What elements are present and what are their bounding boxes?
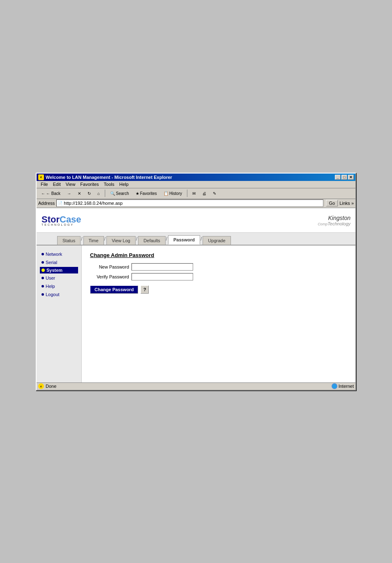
kingston-tech: CompTechnology xyxy=(318,221,350,226)
bullet-help xyxy=(42,285,44,287)
section-title: Change Admin Password xyxy=(90,252,347,258)
address-input-wrapper: 📄 xyxy=(56,199,323,207)
refresh-button[interactable]: ↻ xyxy=(85,190,94,197)
nav-tabs: Status / Time / View Log / Defaults / Pa… xyxy=(37,233,355,246)
done-icon: e xyxy=(38,383,44,389)
title-bar: e Welcome to LAN Management - Microsoft … xyxy=(37,174,355,181)
status-bar: e Done 🌐 Internet xyxy=(37,382,355,390)
bullet-user xyxy=(42,277,44,279)
storcase-case: Case xyxy=(60,214,81,225)
kingston-name: Kingston xyxy=(328,215,350,221)
refresh-icon: ↻ xyxy=(88,191,91,196)
back-button[interactable]: ← ← Back xyxy=(38,190,63,197)
browser-window: e Welcome to LAN Management - Microsoft … xyxy=(36,173,356,391)
sidebar-item-system[interactable]: System xyxy=(40,267,78,273)
page-icon: 📄 xyxy=(58,201,62,206)
menu-view[interactable]: View xyxy=(63,181,78,187)
sidebar-item-user[interactable]: User xyxy=(40,274,78,282)
main-layout: Network Serial System User xyxy=(37,246,355,386)
menu-favorites[interactable]: Favorites xyxy=(78,181,101,187)
history-label: History xyxy=(169,191,182,196)
content-area: Change Admin Password New Password Verif… xyxy=(82,246,355,386)
menu-bar: File Edit View Favorites Tools Help xyxy=(37,181,355,188)
kingston-logo: Kingston CompTechnology xyxy=(318,214,350,226)
sidebar-item-help[interactable]: Help xyxy=(40,283,78,290)
new-password-label: New Password xyxy=(90,264,129,269)
bullet-logout xyxy=(42,293,44,296)
back-label: ← Back xyxy=(46,191,60,196)
new-password-row: New Password xyxy=(90,263,347,271)
web-content: StorCase TECHNOLOGY Kingston CompTechnol… xyxy=(37,208,355,390)
status-right: 🌐 Internet xyxy=(332,383,354,389)
button-row: Change Password ? xyxy=(90,285,347,294)
history-icon: 📋 xyxy=(164,191,168,196)
search-icon: 🔍 xyxy=(110,191,115,196)
status-zone-label: Internet xyxy=(339,384,354,389)
close-button[interactable]: ✕ xyxy=(348,175,354,180)
sidebar-label-serial: Serial xyxy=(46,260,57,265)
tab-defaults[interactable]: Defaults xyxy=(138,236,165,245)
status-done: Done xyxy=(46,384,56,389)
links-button[interactable]: Links » xyxy=(339,201,354,206)
maximize-button[interactable]: □ xyxy=(341,175,347,180)
address-bar: Address 📄 Go Links » xyxy=(37,199,355,208)
print-button[interactable]: 🖨 xyxy=(199,190,209,197)
verify-password-label: Verify Password xyxy=(90,274,129,279)
tab-time[interactable]: Time xyxy=(83,236,104,245)
go-button[interactable]: Go xyxy=(326,200,338,206)
status-left: e Done xyxy=(38,383,56,389)
tab-status[interactable]: Status xyxy=(57,236,81,245)
sidebar-item-serial[interactable]: Serial xyxy=(40,259,78,266)
storcase-logo: StorCase TECHNOLOGY xyxy=(42,214,81,226)
sidebar-label-system: System xyxy=(46,268,62,273)
toolbar-separator-2 xyxy=(187,190,187,197)
toolbar: ← ← Back → ✕ ↻ ⌂ 🔍 Search ★ Favorite xyxy=(37,188,355,199)
search-label: Search xyxy=(116,191,129,196)
bullet-system xyxy=(42,269,45,272)
verify-password-row: Verify Password xyxy=(90,273,347,280)
toolbar-separator xyxy=(105,190,105,197)
stop-button[interactable]: ✕ xyxy=(75,190,84,197)
favorites-label: Favorites xyxy=(140,191,157,196)
sidebar-item-logout[interactable]: Logout xyxy=(40,291,78,298)
tab-password[interactable]: Password xyxy=(168,235,200,245)
tab-viewlog[interactable]: View Log xyxy=(106,236,136,245)
history-button[interactable]: 📋 History xyxy=(161,190,185,197)
menu-edit[interactable]: Edit xyxy=(51,181,63,187)
address-input[interactable] xyxy=(64,201,322,206)
sidebar-label-network: Network xyxy=(46,252,62,257)
menu-help[interactable]: Help xyxy=(117,181,131,187)
address-label: Address xyxy=(38,201,55,206)
page-wrapper: e Welcome to LAN Management - Microsoft … xyxy=(0,0,392,563)
stop-icon: ✕ xyxy=(78,191,81,196)
page-content: StorCase TECHNOLOGY Kingston CompTechnol… xyxy=(37,208,355,390)
page-header: StorCase TECHNOLOGY Kingston CompTechnol… xyxy=(37,208,355,233)
internet-icon: 🌐 xyxy=(332,383,337,389)
favorites-button[interactable]: ★ Favorites xyxy=(133,190,160,197)
mail-button[interactable]: ✉ xyxy=(189,190,198,197)
title-bar-left: e Welcome to LAN Management - Microsoft … xyxy=(38,174,172,180)
search-button[interactable]: 🔍 Search xyxy=(107,190,132,197)
window-controls: _ □ ✕ xyxy=(335,175,354,180)
sidebar-item-network[interactable]: Network xyxy=(40,250,78,258)
sidebar-label-help: Help xyxy=(46,284,55,289)
tab-upgrade[interactable]: Upgrade xyxy=(203,236,231,245)
edit-button[interactable]: ✎ xyxy=(210,190,219,197)
menu-tools[interactable]: Tools xyxy=(101,181,117,187)
storcase-stor: Stor xyxy=(42,214,60,225)
window-title: Welcome to LAN Management - Microsoft In… xyxy=(46,175,172,180)
bullet-serial xyxy=(42,261,44,264)
change-password-button[interactable]: Change Password xyxy=(90,285,138,294)
browser-icon: e xyxy=(38,174,44,180)
forward-button[interactable]: → xyxy=(64,190,74,197)
home-button[interactable]: ⌂ xyxy=(95,190,103,197)
status-zone: 🌐 Internet xyxy=(332,383,354,389)
help-button[interactable]: ? xyxy=(141,285,149,294)
menu-file[interactable]: File xyxy=(38,181,51,187)
verify-password-input[interactable] xyxy=(131,273,193,280)
minimize-button[interactable]: _ xyxy=(335,175,341,180)
new-password-input[interactable] xyxy=(131,263,193,271)
sidebar-label-logout: Logout xyxy=(46,292,60,297)
forward-icon: → xyxy=(67,191,71,196)
home-icon: ⌂ xyxy=(97,191,100,196)
